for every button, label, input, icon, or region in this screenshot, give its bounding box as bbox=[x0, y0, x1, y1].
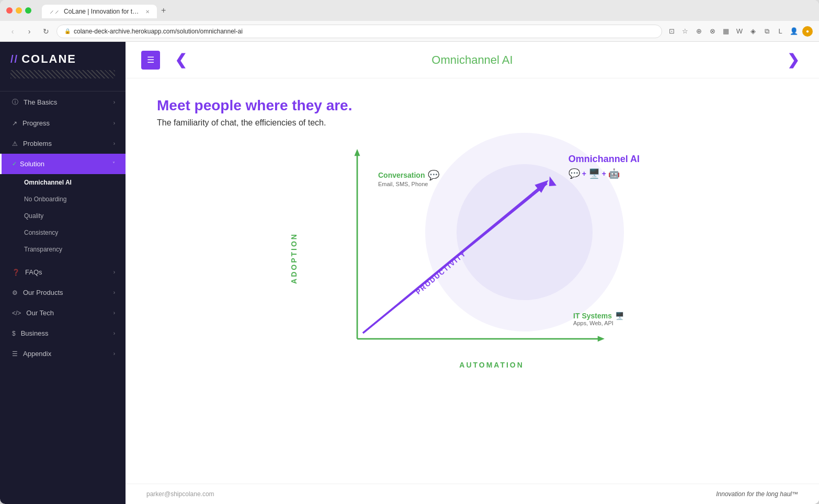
logo: // COLANE bbox=[10, 52, 115, 66]
sidebar-item-faqs[interactable]: ❓ FAQs › bbox=[0, 262, 126, 282]
extension-icon-4[interactable]: W bbox=[734, 26, 745, 37]
extension-icon-3[interactable]: ▦ bbox=[721, 26, 731, 37]
sidebar-label-appendix: Appendix bbox=[23, 350, 113, 358]
sidebar-label-business: Business bbox=[21, 329, 113, 337]
chevron-icon: › bbox=[113, 269, 115, 275]
svg-marker-5 bbox=[544, 176, 558, 189]
extension-icon-5[interactable]: ◈ bbox=[748, 26, 758, 37]
sidebar-label-the-basics: The Basics bbox=[24, 98, 113, 106]
omnichannel-point: Omnichannel AI 💬 + 🖥️ + 🤖 bbox=[568, 154, 640, 179]
slide-subheadline: The familiarity of chat, the efficiencie… bbox=[157, 118, 788, 128]
sidebar-label-progress: Progress bbox=[22, 119, 113, 127]
bookmark-icon[interactable]: ☆ bbox=[680, 26, 690, 37]
business-icon: $ bbox=[12, 330, 16, 337]
reload-button[interactable]: ↻ bbox=[40, 25, 52, 38]
app-container: // COLANE ⓘ The Basics › ↗ Progress › ⚠ … bbox=[0, 42, 819, 504]
subitem-label-omnichannel: Omnichannel AI bbox=[24, 179, 72, 186]
it-systems-label: IT Systems bbox=[573, 312, 612, 320]
sidebar-item-appendix[interactable]: ☰ Appendix › bbox=[0, 343, 126, 364]
sidebar-item-problems[interactable]: ⚠ Problems › bbox=[0, 133, 126, 154]
automation-label: AUTOMATION bbox=[459, 361, 524, 369]
sidebar-item-solution[interactable]: ✓ Solution ˅ bbox=[0, 154, 126, 174]
sidebar-subitem-transparency[interactable]: Transparency bbox=[0, 241, 126, 258]
extension-icon-7[interactable]: L bbox=[775, 26, 786, 37]
chevron-down-icon: ˅ bbox=[112, 161, 115, 167]
chevron-icon: › bbox=[113, 351, 115, 357]
tab-bar: ⟋⟋ CoLane | Innovation for the lon… ✕ + bbox=[42, 3, 813, 18]
extension-icon-1[interactable]: ⊕ bbox=[693, 26, 704, 37]
slide-footer: parker@shipcolane.com Innovation for the… bbox=[126, 484, 819, 504]
subitem-label-quality: Quality bbox=[24, 212, 43, 220]
chevron-icon: › bbox=[113, 99, 115, 105]
faqs-icon: ❓ bbox=[12, 269, 20, 276]
sidebar-item-our-products[interactable]: ⚙ Our Products › bbox=[0, 282, 126, 303]
omnichannel-label: Omnichannel AI bbox=[568, 154, 640, 165]
account-icon[interactable]: ● bbox=[802, 26, 813, 37]
footer-tagline: Innovation for the long haul™ bbox=[716, 490, 798, 498]
sidebar-subitem-quality[interactable]: Quality bbox=[0, 208, 126, 224]
browser-window: ⟋⟋ CoLane | Innovation for the lon… ✕ + … bbox=[0, 0, 819, 504]
top-bar: ☰ ❮ Omnichannel AI ❯ bbox=[126, 42, 819, 78]
profile-icon[interactable]: 👤 bbox=[789, 26, 799, 37]
menu-toggle-button[interactable]: ☰ bbox=[141, 51, 160, 70]
back-button[interactable]: ‹ bbox=[6, 25, 19, 38]
prev-arrow-icon: ❮ bbox=[175, 52, 187, 68]
chevron-icon: › bbox=[113, 120, 115, 126]
forward-button[interactable]: › bbox=[23, 25, 36, 38]
logo-icon: // bbox=[10, 53, 18, 65]
conversation-point: Conversation 💬 Email, SMS, Phone bbox=[378, 169, 439, 187]
browser-toolbar: ‹ › ↻ 🔒 colane-deck-archive.herokuapp.co… bbox=[0, 21, 819, 42]
sidebar-item-our-tech[interactable]: </> Our Tech › bbox=[0, 303, 126, 323]
footer-email: parker@shipcolane.com bbox=[146, 490, 214, 498]
chart-area: ADOPTION AUTOMATION PRODUCTIVITY Convers… bbox=[294, 143, 650, 373]
chevron-icon: › bbox=[113, 141, 115, 146]
minimize-traffic-light[interactable] bbox=[16, 7, 22, 14]
extension-icon-6[interactable]: ⧉ bbox=[761, 26, 772, 37]
slide-content: Meet people where they are. The familiar… bbox=[126, 78, 819, 484]
sidebar-label-our-tech: Our Tech bbox=[26, 309, 113, 317]
sidebar-item-the-basics[interactable]: ⓘ The Basics › bbox=[0, 91, 126, 113]
svg-marker-3 bbox=[598, 336, 605, 342]
new-tab-button[interactable]: + bbox=[157, 3, 170, 18]
address-bar[interactable]: 🔒 colane-deck-archive.herokuapp.com/solu… bbox=[56, 25, 662, 38]
conversation-label: Conversation bbox=[378, 171, 425, 179]
sidebar-subitem-no-onboarding[interactable]: No Onboarding bbox=[0, 191, 126, 208]
browser-tab[interactable]: ⟋⟋ CoLane | Innovation for the lon… ✕ bbox=[42, 5, 157, 18]
svg-marker-1 bbox=[355, 149, 360, 156]
tab-favicon: ⟋⟋ bbox=[49, 9, 60, 15]
prev-slide-button[interactable]: ❮ bbox=[170, 49, 191, 71]
sidebar-item-progress[interactable]: ↗ Progress › bbox=[0, 113, 126, 133]
it-systems-point: IT Systems 🖥️ Apps, Web, API bbox=[573, 312, 624, 326]
appendix-icon: ☰ bbox=[12, 350, 18, 358]
progress-icon: ↗ bbox=[12, 120, 17, 127]
slide-title: Omnichannel AI bbox=[431, 53, 513, 67]
sidebar-label-our-products: Our Products bbox=[23, 289, 113, 296]
logo-divider bbox=[10, 70, 115, 78]
warning-icon: ⚠ bbox=[12, 140, 18, 147]
logo-text: COLANE bbox=[21, 52, 76, 66]
next-slide-button[interactable]: ❯ bbox=[783, 49, 803, 71]
url-text: colane-deck-archive.herokuapp.com/soluti… bbox=[74, 28, 243, 35]
sidebar-label-problems: Problems bbox=[23, 140, 113, 147]
browser-titlebar: ⟋⟋ CoLane | Innovation for the lon… ✕ + bbox=[0, 0, 819, 21]
toolbar-icons: ⊡ ☆ ⊕ ⊗ ▦ W ◈ ⧉ L 👤 ● bbox=[666, 26, 813, 37]
lock-icon: 🔒 bbox=[64, 28, 71, 34]
info-icon: ⓘ bbox=[12, 98, 18, 107]
sidebar-subitem-omnichannel-ai[interactable]: Omnichannel AI bbox=[0, 174, 126, 191]
computer-icon: 🖥️ bbox=[588, 168, 600, 179]
tab-title: CoLane | Innovation for the lon… bbox=[64, 8, 141, 15]
maximize-traffic-light[interactable] bbox=[25, 7, 31, 14]
extension-icon-2[interactable]: ⊗ bbox=[707, 26, 718, 37]
screen-share-icon[interactable]: ⊡ bbox=[666, 26, 677, 37]
tab-close-icon[interactable]: ✕ bbox=[145, 9, 150, 15]
hamburger-icon: ☰ bbox=[147, 55, 154, 65]
plus-icon-2: + bbox=[602, 169, 606, 178]
tech-icon: </> bbox=[12, 310, 21, 317]
sidebar-subitem-consistency[interactable]: Consistency bbox=[0, 224, 126, 241]
logo-area: // COLANE bbox=[0, 42, 126, 91]
close-traffic-light[interactable] bbox=[6, 7, 13, 14]
sidebar-item-business[interactable]: $ Business › bbox=[0, 323, 126, 343]
chevron-icon: › bbox=[113, 330, 115, 336]
subitem-label-consistency: Consistency bbox=[24, 229, 58, 236]
subitem-label-no-onboarding: No Onboarding bbox=[24, 196, 66, 203]
